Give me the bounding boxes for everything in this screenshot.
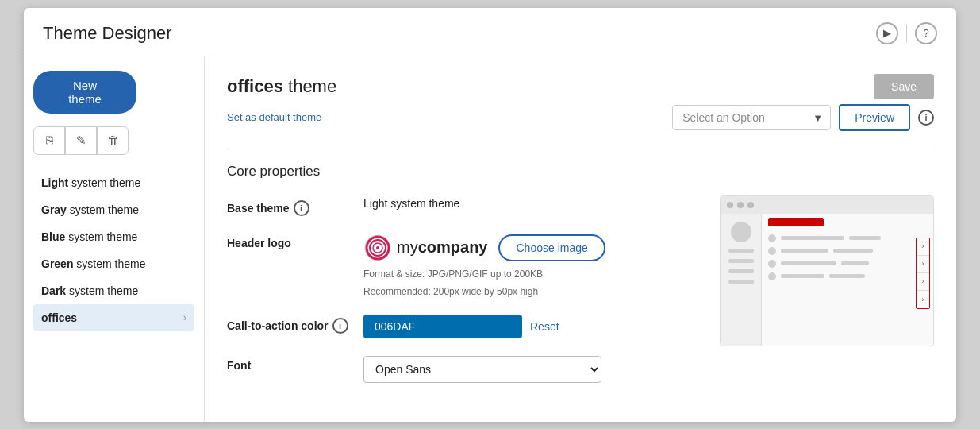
mock-line-3	[728, 269, 754, 273]
edit-icon: ✎	[76, 133, 86, 148]
logo-hint-line1: Format & size: JPG/PNG/GIF up to 200KB	[363, 269, 701, 280]
select-option-wrapper: Select an Option ▼	[672, 105, 831, 130]
preview-dot-1	[727, 202, 733, 208]
window-header: Theme Designer ▶ ?	[24, 8, 956, 56]
font-row: Font Open Sans Arial Roboto Helvetica Ti…	[227, 356, 701, 383]
base-theme-value: Light system theme	[363, 197, 701, 210]
mock-line-2	[728, 259, 754, 263]
mock-row-4	[768, 272, 909, 280]
sidebar-item-gray[interactable]: Gray system theme	[33, 196, 194, 223]
content-divider	[227, 149, 934, 149]
mock-row-1	[768, 234, 909, 242]
set-default-link[interactable]: Set as default theme	[227, 111, 321, 123]
base-theme-info-icon[interactable]: i	[294, 200, 309, 216]
info-icon[interactable]: i	[918, 110, 934, 126]
header-icons: ▶ ?	[876, 22, 937, 44]
sidebar-item-dark[interactable]: Dark system theme	[33, 277, 194, 304]
select-option-dropdown[interactable]: Select an Option	[672, 105, 831, 130]
mock-row-3	[768, 260, 909, 268]
mock-line-4	[728, 280, 754, 284]
help-icon: ?	[923, 27, 928, 39]
preview-dot-3	[747, 202, 754, 208]
base-theme-label: Base theme i	[227, 197, 354, 216]
sidebar-icon-bar: ⎘ ✎ 🗑	[33, 126, 194, 155]
play-button[interactable]: ▶	[876, 22, 898, 44]
mock-header-bar	[768, 218, 824, 226]
edit-button[interactable]: ✎	[65, 126, 97, 155]
sidebar-items: Light system theme Gray system theme Blu…	[33, 169, 194, 331]
mock-row-2	[768, 247, 909, 255]
preview-content-mock	[762, 214, 916, 346]
preview-panel: › › › ›	[720, 195, 934, 346]
delete-button[interactable]: 🗑	[97, 126, 129, 155]
color-swatch[interactable]: 006DAF	[363, 315, 522, 338]
logo-row: mycompany Choose image	[363, 234, 701, 262]
choose-image-button[interactable]: Choose image	[498, 234, 605, 261]
mock-avatar	[731, 222, 751, 242]
font-select[interactable]: Open Sans Arial Roboto Helvetica Times N…	[363, 356, 601, 383]
play-icon: ▶	[883, 27, 891, 39]
font-value: Open Sans Arial Roboto Helvetica Times N…	[363, 356, 701, 383]
cta-color-row: Call-to-action color i 006DAF Reset	[227, 315, 701, 338]
sidebar-item-offices[interactable]: offices ›	[33, 304, 194, 331]
base-theme-row: Base theme i Light system theme	[227, 197, 701, 216]
preview-right-arrows: › › › ›	[916, 238, 930, 309]
logo-preview: mycompany	[363, 234, 487, 262]
cta-color-label: Call-to-action color i	[227, 315, 354, 334]
sidebar-item-green[interactable]: Green system theme	[33, 250, 194, 277]
preview-button[interactable]: Preview	[839, 104, 910, 131]
copy-button[interactable]: ⎘	[33, 126, 65, 155]
content-subheader: Set as default theme Select an Option ▼ …	[227, 104, 934, 131]
reset-link[interactable]: Reset	[530, 320, 559, 333]
preview-top-bar	[721, 196, 933, 214]
font-label: Font	[227, 356, 354, 372]
help-button[interactable]: ?	[915, 22, 937, 44]
cta-color-info-icon[interactable]: i	[332, 318, 348, 334]
content-area: offices theme Save Set as default theme …	[205, 56, 956, 422]
logo-icon	[363, 234, 392, 262]
preview-body: › › › ›	[721, 214, 933, 346]
sidebar: New theme ⎘ ✎ 🗑 Light system theme Gray …	[24, 56, 205, 422]
delete-icon: 🗑	[107, 133, 119, 147]
mock-arrow-1: ›	[917, 238, 929, 256]
core-props-left: Core properties Base theme i Light syste…	[227, 164, 701, 400]
logo-hint-line2: Recommended: 200px wide by 50px high	[363, 286, 701, 297]
header-logo-row: Header logo	[227, 234, 701, 297]
sidebar-item-light[interactable]: Light system theme	[33, 169, 194, 196]
subheader-right: Select an Option ▼ Preview i	[672, 104, 934, 131]
copy-icon: ⎘	[46, 133, 53, 147]
svg-point-4	[376, 246, 379, 249]
sidebar-item-arrow: ›	[183, 311, 186, 323]
core-props-title: Core properties	[227, 164, 701, 180]
new-theme-button[interactable]: New theme	[33, 71, 136, 114]
logo-text: mycompany	[397, 238, 487, 257]
save-button[interactable]: Save	[874, 74, 934, 99]
main-layout: New theme ⎘ ✎ 🗑 Light system theme Gray …	[24, 56, 956, 422]
mock-line-1	[728, 249, 754, 253]
mock-arrow-3: ›	[917, 273, 929, 291]
icon-divider	[906, 25, 907, 42]
header-logo-value: mycompany Choose image Format & size: JP…	[363, 234, 701, 297]
window-title: Theme Designer	[43, 23, 172, 44]
header-logo-label: Header logo	[227, 234, 354, 249]
theme-title: offices theme	[227, 76, 336, 97]
cta-color-value: 006DAF Reset	[363, 315, 701, 338]
sidebar-item-blue[interactable]: Blue system theme	[33, 223, 194, 250]
content-header: offices theme Save	[227, 74, 934, 99]
preview-sidebar-mock	[721, 214, 762, 346]
theme-designer-window: Theme Designer ▶ ? New theme ⎘ ✎	[24, 8, 956, 422]
mock-arrow-4: ›	[917, 291, 929, 308]
preview-dot-2	[737, 202, 744, 208]
mock-arrow-2: ›	[917, 256, 929, 273]
core-props-layout: Core properties Base theme i Light syste…	[227, 164, 934, 400]
color-row: 006DAF Reset	[363, 315, 701, 338]
